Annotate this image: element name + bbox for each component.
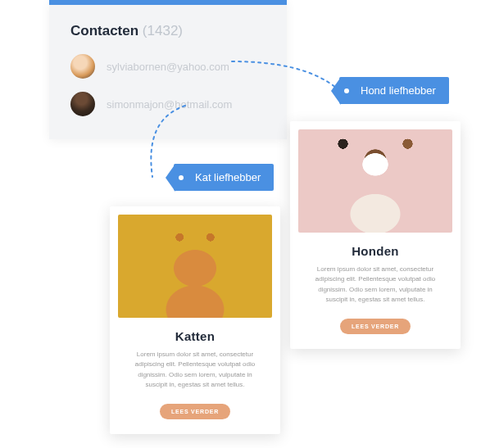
tag-hond-liefhebber[interactable]: Hond liefhebber [339, 77, 449, 104]
read-more-button[interactable]: LEES VERDER [340, 319, 411, 334]
avatar [70, 54, 95, 79]
card-body: Lorem ipsum dolor sit amet, consectetur … [298, 265, 452, 305]
card-title: Honden [298, 244, 452, 258]
tag-kat-liefhebber[interactable]: Kat liefhebber [174, 164, 274, 191]
tag-dot-icon [344, 88, 349, 93]
contact-email: sylviabornen@yahoo.com [107, 61, 229, 73]
contacts-header: Contacten (1432) [70, 23, 265, 39]
dog-image [298, 129, 452, 233]
avatar [70, 92, 95, 116]
cat-image [118, 215, 272, 318]
contacts-count: (1432) [143, 23, 183, 38]
card-katten: Katten Lorem ipsum dolor sit amet, conse… [110, 206, 280, 434]
card-body: Lorem ipsum dolor sit amet, consectetur … [118, 350, 272, 391]
contacts-panel: Contacten (1432) sylviabornen@yahoo.com … [49, 0, 287, 139]
tag-dot-icon [179, 175, 184, 180]
tag-label: Hond liefhebber [361, 84, 436, 97]
contact-row[interactable]: simonmajon@hotmail.com [70, 92, 265, 116]
card-honden: Honden Lorem ipsum dolor sit amet, conse… [290, 121, 461, 349]
contact-email: simonmajon@hotmail.com [107, 98, 232, 111]
contact-row[interactable]: sylviabornen@yahoo.com [70, 54, 265, 79]
contacts-title: Contacten [70, 23, 138, 38]
read-more-button[interactable]: LEES VERDER [160, 404, 230, 419]
tag-label: Kat liefhebber [195, 171, 261, 183]
card-title: Katten [118, 329, 272, 343]
